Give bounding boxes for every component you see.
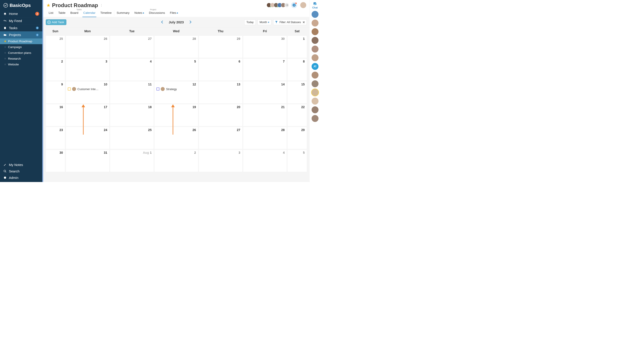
member-avatar-more[interactable]: +3 [284, 3, 289, 8]
chat-toggle[interactable]: Chat [312, 2, 317, 9]
add-project-icon[interactable] [36, 33, 39, 37]
calendar-day-cell[interactable]: 4 [243, 150, 287, 172]
calendar-day-cell[interactable]: 12 Strategy [155, 82, 198, 104]
day-number: 1 [150, 151, 152, 155]
calendar-day-cell[interactable]: Aug1 [110, 150, 154, 172]
calendar-task[interactable]: Customer Intera… [68, 87, 107, 91]
tab-table[interactable]: Table [56, 9, 68, 17]
add-task-button[interactable]: + Add Task [46, 19, 66, 25]
calendar-day-cell[interactable]: 2 [46, 59, 65, 81]
calendar-day-cell[interactable]: 5 [287, 150, 307, 172]
chat-contact-avatar[interactable] [311, 46, 318, 52]
calendar-day-cell[interactable]: 22 [287, 104, 307, 126]
calendar-day-cell[interactable]: 3 [66, 59, 109, 81]
calendar-day-cell[interactable]: 8 [287, 59, 307, 81]
chat-contact-avatar[interactable] [311, 28, 318, 35]
calendar-day-cell[interactable]: 17 [66, 104, 109, 126]
chat-contact-avatar[interactable] [311, 20, 318, 26]
calendar-day-cell[interactable]: 30 [46, 150, 65, 172]
filter-clear-icon[interactable]: ✕ [302, 20, 305, 24]
calendar-day-cell[interactable]: 2 [155, 150, 198, 172]
calendar-day-cell[interactable]: 23 [46, 127, 65, 149]
chat-contact-avatar[interactable] [311, 54, 318, 61]
calendar-day-cell[interactable]: 7 [243, 59, 287, 81]
more-menu-icon[interactable]: ⋮ [100, 3, 103, 7]
nav-mynotes[interactable]: My Notes [0, 162, 42, 168]
prev-month-button[interactable] [160, 20, 164, 24]
chat-contact-avatar[interactable]: JC [311, 63, 318, 70]
calendar-day-cell[interactable]: 19 [155, 104, 198, 126]
calendar-day-cell[interactable]: 9 [46, 82, 65, 104]
tab-summary[interactable]: Summary [114, 9, 132, 17]
chat-contact-avatar[interactable] [311, 11, 318, 18]
calendar-day-cell[interactable]: 16 [46, 104, 65, 126]
calendar-day-cell[interactable]: 28 [243, 127, 287, 149]
calendar-day-cell[interactable]: 26 [66, 36, 109, 58]
calendar-day-cell[interactable]: 13 [199, 82, 242, 104]
calendar-day-cell[interactable]: 15 [287, 82, 307, 104]
calendar-day-cell[interactable]: 29 [287, 127, 307, 149]
calendar-day-cell[interactable]: 31 [66, 150, 109, 172]
sidebar-project-item[interactable]: ★Research [0, 56, 42, 62]
tab-list[interactable]: List [46, 9, 56, 17]
next-month-button[interactable] [188, 20, 192, 24]
view-mode-dropdown[interactable]: Month ▾ [257, 19, 271, 25]
member-avatars[interactable]: +3 [268, 3, 289, 8]
calendar-day-cell[interactable]: 24 [66, 127, 109, 149]
calendar-day-cell[interactable]: 26 [155, 127, 198, 149]
sidebar-project-item[interactable]: ★Product Roadmap [0, 38, 42, 44]
sidebar-project-item[interactable]: ★Convention plans [0, 50, 42, 56]
chat-contact-avatar[interactable] [311, 89, 318, 96]
logo-row[interactable]: BasicOps [0, 0, 42, 10]
calendar-day-cell[interactable]: 18 [110, 104, 154, 126]
calendar-day-cell[interactable]: 30 [243, 36, 287, 58]
nav-projects[interactable]: Projects [0, 31, 42, 38]
calendar-day-cell[interactable]: 27 [199, 127, 242, 149]
calendar-day-cell[interactable]: 20 [199, 104, 242, 126]
chat-contact-avatar[interactable] [311, 106, 318, 113]
chat-contact-avatar[interactable] [311, 37, 318, 44]
calendar-day-cell[interactable]: 1 [287, 36, 307, 58]
day-number: 31 [104, 151, 107, 155]
filter-button[interactable]: Filter: All Statuses ✕ [273, 19, 307, 25]
calendar-day-cell[interactable]: 11 [110, 82, 154, 104]
chat-contact-avatar[interactable] [311, 98, 318, 104]
calendar-day-cell[interactable]: 25 [110, 127, 154, 149]
task-checkbox-icon[interactable] [68, 88, 71, 90]
calendar-day-cell[interactable]: 29 [199, 36, 242, 58]
calendar-day-cell[interactable]: 4 [110, 59, 154, 81]
tab-discussions[interactable]: Discussions [147, 9, 167, 17]
nav-feed[interactable]: My Feed [0, 17, 42, 24]
favorite-star-icon[interactable]: ★ [46, 2, 51, 8]
tab-files[interactable]: Files [167, 9, 181, 17]
calendar-day-cell[interactable]: 28 [155, 36, 198, 58]
sidebar-project-item[interactable]: ★Campaign [0, 44, 42, 50]
tab-timeline[interactable]: Timeline [98, 9, 114, 17]
nav-admin[interactable]: Admin [0, 174, 42, 181]
nav-tasks[interactable]: Tasks [0, 24, 42, 32]
current-user-avatar[interactable] [300, 2, 306, 8]
nav-home[interactable]: Home 2 [0, 10, 42, 17]
calendar-day-cell[interactable]: 25 [46, 36, 65, 58]
today-button[interactable]: Today [244, 19, 256, 25]
calendar-day-cell[interactable]: 3 [199, 150, 242, 172]
help-button[interactable]: ? [291, 2, 297, 8]
calendar-day-cell[interactable]: 27 [110, 36, 154, 58]
task-checkbox-icon[interactable] [157, 88, 159, 90]
sidebar-project-item[interactable]: ★Website [0, 62, 42, 68]
nav-search[interactable]: Search [0, 168, 42, 174]
calendar-day-cell[interactable]: 5 [155, 59, 198, 81]
day-number: 18 [148, 106, 152, 109]
calendar-day-cell[interactable]: 10 Customer Intera… [66, 82, 109, 104]
chat-contact-avatar[interactable] [311, 80, 318, 87]
tab-board[interactable]: Board [68, 9, 81, 17]
calendar-day-cell[interactable]: 6 [199, 59, 242, 81]
tab-notes[interactable]: Notes [132, 9, 146, 17]
calendar-day-cell[interactable]: 21 [243, 104, 287, 126]
tab-calendar[interactable]: Calendar [81, 9, 98, 17]
chat-contact-avatar[interactable] [311, 72, 318, 78]
calendar-task[interactable]: Strategy [157, 87, 196, 91]
chat-contact-avatar[interactable] [311, 115, 318, 122]
calendar-day-cell[interactable]: 14 [243, 82, 287, 104]
add-task-icon[interactable] [36, 26, 39, 30]
